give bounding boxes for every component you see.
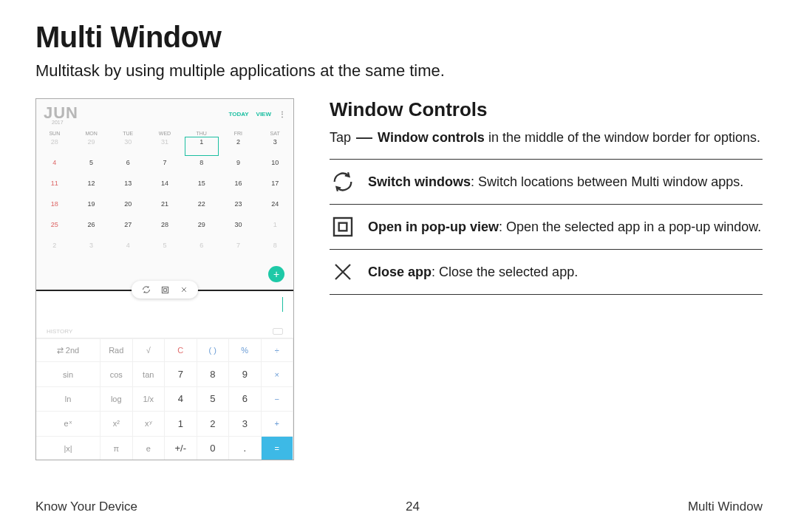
calc-key[interactable]: ( ) [197, 338, 230, 361]
page-subtitle: Multitask by using multiple applications… [35, 61, 763, 81]
calc-key[interactable]: eˣ [36, 411, 100, 435]
calc-key[interactable]: ÷ [262, 338, 294, 361]
calc-key[interactable]: − [262, 386, 294, 411]
calc-key[interactable]: 1 [165, 411, 197, 435]
calc-key[interactable]: tan [133, 361, 166, 386]
calendar-row: 45678910 [36, 157, 293, 177]
calc-key[interactable]: +/- [165, 436, 197, 460]
calc-key[interactable]: + [262, 411, 294, 435]
page-number: 24 [406, 499, 420, 514]
feature-row-popup: Open in pop-up view: Open the selected a… [330, 205, 763, 250]
page-title: Multi Window [35, 21, 763, 54]
calendar-today-button[interactable]: TODAY [228, 111, 248, 117]
calc-key[interactable]: % [229, 338, 262, 361]
calendar-row: 11121314151617 [36, 177, 293, 198]
section-heading: Window Controls [330, 98, 763, 121]
calendar-row: 18192021222324 [36, 198, 293, 219]
calc-key[interactable]: sin [36, 361, 100, 386]
backspace-icon[interactable] [273, 328, 283, 335]
calc-key[interactable]: 1/x [133, 386, 166, 411]
close-icon[interactable] [180, 285, 188, 294]
calendar-add-button[interactable]: + [268, 266, 284, 282]
feature-row-switch: Switch windows: Switch locations between… [330, 160, 763, 205]
popup-view-icon[interactable] [160, 285, 169, 294]
svg-rect-3 [339, 223, 347, 231]
calc-key[interactable]: |x| [36, 436, 100, 460]
window-controls-handle-icon [356, 137, 372, 139]
close-icon [330, 259, 356, 285]
calc-key[interactable]: 6 [229, 386, 262, 411]
calc-key-equals[interactable]: = [262, 436, 294, 460]
svg-rect-1 [163, 288, 166, 291]
feature-row-close: Close app: Close the selected app. [330, 250, 763, 295]
popup-view-icon [330, 214, 356, 240]
window-controls-pill[interactable] [132, 281, 198, 299]
calc-key[interactable]: ⇄ 2nd [36, 338, 100, 361]
calculator-history-label[interactable]: HISTORY [47, 328, 72, 335]
page-footer: Know Your Device 24 Multi Window [35, 499, 763, 514]
calculator-app: HISTORY ⇄ 2ndRad√C( )%÷ sincostan789× ln… [36, 291, 293, 460]
calc-key[interactable]: 4 [165, 386, 197, 411]
section-intro: Tap Window controls in the middle of the… [330, 129, 763, 147]
calendar-row: 2526272829301 [36, 219, 293, 239]
footer-topic: Multi Window [688, 499, 763, 514]
device-screenshot: JUN 2017 TODAY VIEW ⋮ SUN MON TUE WED TH… [35, 98, 294, 460]
calc-key[interactable]: × [262, 361, 294, 386]
calc-key[interactable]: √ [133, 338, 166, 361]
calc-key[interactable]: π [100, 436, 133, 460]
switch-windows-icon [330, 168, 356, 195]
calc-key[interactable]: 9 [229, 361, 262, 386]
calc-key[interactable]: 8 [197, 361, 230, 386]
switch-windows-icon[interactable] [142, 285, 151, 294]
calc-key[interactable]: 5 [197, 386, 230, 411]
calc-key[interactable]: xʸ [133, 411, 166, 435]
calc-key[interactable]: 3 [229, 411, 262, 435]
calc-key[interactable]: ln [36, 386, 100, 411]
calc-key[interactable]: log [100, 386, 133, 411]
calc-key[interactable]: x² [100, 411, 133, 435]
calendar-row: 28293031123 [36, 136, 293, 157]
calc-key[interactable]: e [133, 436, 166, 460]
calc-key[interactable]: 2 [197, 411, 230, 435]
calculator-keypad: ⇄ 2ndRad√C( )%÷ sincostan789× lnlog1/x45… [36, 338, 293, 460]
calc-key[interactable]: 7 [165, 361, 197, 386]
calendar-view-button[interactable]: VIEW [256, 111, 271, 117]
more-options-icon[interactable]: ⋮ [279, 110, 286, 118]
calc-key[interactable]: cos [100, 361, 133, 386]
svg-rect-2 [334, 218, 352, 236]
calc-key[interactable]: 0 [197, 436, 230, 460]
calc-key[interactable]: Rad [100, 338, 133, 361]
calendar-row: 2345678 [36, 239, 293, 260]
calendar-dow-row: SUN MON TUE WED THU FRI SAT [36, 131, 293, 136]
calc-key-clear[interactable]: C [165, 338, 197, 361]
svg-rect-0 [162, 287, 168, 293]
calc-key[interactable]: . [229, 436, 262, 460]
footer-section: Know Your Device [35, 499, 137, 514]
